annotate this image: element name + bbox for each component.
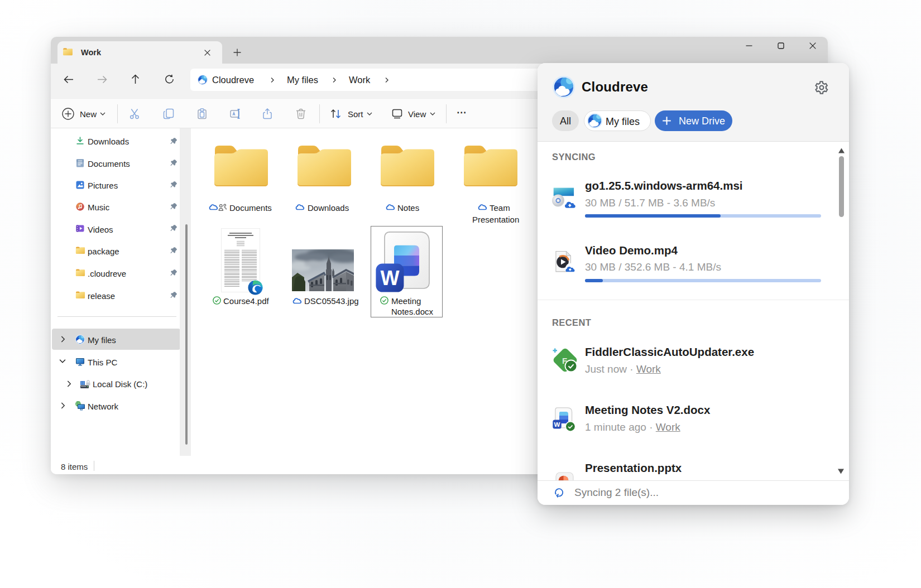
svg-text:W: W [381, 267, 400, 290]
svg-text:W: W [554, 421, 560, 428]
